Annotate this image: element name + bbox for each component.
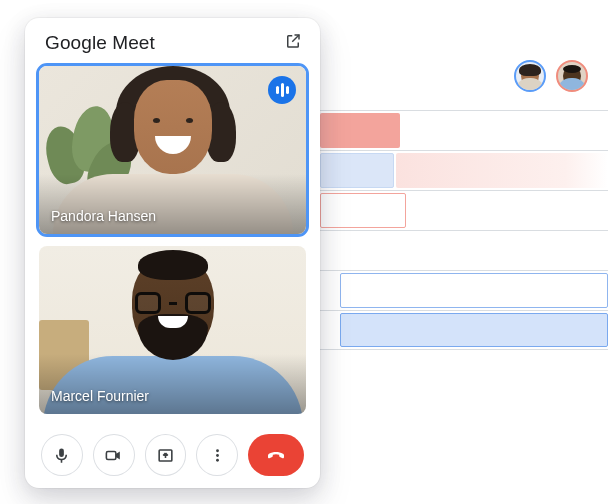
svg-point-2 [216,449,219,452]
schedule-block [396,153,608,188]
leave-call-button[interactable] [248,434,304,476]
more-options-button[interactable] [196,434,238,476]
present-screen-button[interactable] [145,434,187,476]
availability-avatar-2 [556,60,588,92]
participant-name-label: Pandora Hansen [51,208,156,224]
availability-row [320,190,608,230]
microphone-icon [52,446,71,465]
open-in-new-icon[interactable] [284,32,302,54]
svg-rect-0 [107,451,117,459]
more-vertical-icon [208,446,227,465]
availability-avatar-1 [514,60,546,92]
google-meet-window: Google Meet [25,18,320,488]
availability-row [320,230,608,270]
busy-block [320,113,400,148]
speaking-indicator-icon [268,76,296,104]
availability-row [320,150,608,190]
meet-controls-bar [39,432,306,476]
calendar-availability-panel [320,60,608,350]
availability-grid [320,110,608,350]
microphone-button[interactable] [41,434,83,476]
hangup-icon [264,443,288,467]
schedule-block [340,273,608,308]
availability-row [320,110,608,150]
camera-button[interactable] [93,434,135,476]
schedule-block-selected [340,313,608,347]
app-title: Google Meet [45,32,155,54]
svg-point-3 [216,454,219,457]
svg-point-4 [216,458,219,461]
participant-name-label: Marcel Fournier [51,388,149,404]
video-tile-marcel-fournier[interactable]: Marcel Fournier [39,246,306,414]
video-tile-pandora-hansen[interactable]: Pandora Hansen [39,66,306,234]
availability-avatars [514,60,588,92]
availability-row [320,270,608,310]
schedule-block [320,193,406,228]
camera-icon [104,446,123,465]
meet-header: Google Meet [39,32,306,66]
present-screen-icon [156,446,175,465]
schedule-block [320,153,394,188]
availability-row [320,310,608,350]
